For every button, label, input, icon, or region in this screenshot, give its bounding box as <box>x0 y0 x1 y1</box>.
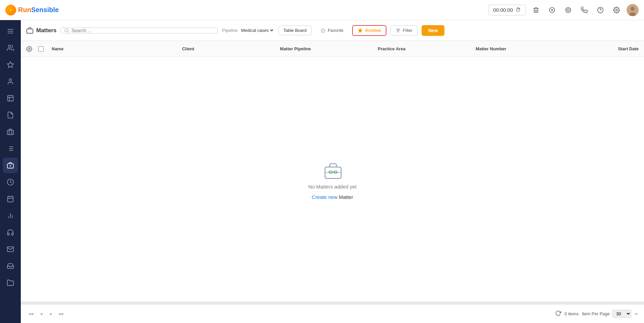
timer-icon[interactable]: ⏱ <box>516 7 521 13</box>
svg-rect-51 <box>329 171 332 173</box>
svg-rect-41 <box>27 29 33 33</box>
svg-point-10 <box>616 9 618 11</box>
svg-line-43 <box>68 31 69 32</box>
sidebar-item-email-compose[interactable] <box>3 241 18 257</box>
notification-button[interactable] <box>562 4 574 16</box>
sidebar-item-tasks[interactable] <box>3 141 18 156</box>
sidebar-item-finance[interactable] <box>3 124 18 140</box>
col-name-header: Name <box>52 46 182 51</box>
page-title: Matters <box>36 27 56 34</box>
pagination-info: 0 items Item Per Page 10 20 30 50 100 <box>555 310 639 318</box>
sidebar-item-support[interactable] <box>3 225 18 240</box>
logo-icon <box>5 5 16 15</box>
user-avatar[interactable] <box>627 4 639 16</box>
archive-star-icon <box>358 28 363 33</box>
first-page-button[interactable]: «« <box>26 310 36 318</box>
svg-rect-50 <box>325 167 341 178</box>
col-client-header: Client <box>182 46 280 51</box>
pagination-bar: «« « » »» 0 items Item Per Page 10 20 <box>21 304 644 323</box>
trash-button[interactable] <box>530 4 542 16</box>
favorite-label: Favorite <box>328 28 343 33</box>
settings-button[interactable] <box>610 4 623 16</box>
empty-message: No Matters added yet <box>308 184 356 190</box>
empty-create-link[interactable]: Create new Matter <box>312 194 353 200</box>
main-layout: Matters Pipeline Medical cases Table Boa… <box>0 20 644 323</box>
refresh-icon[interactable] <box>555 310 561 318</box>
search-input[interactable] <box>71 28 215 33</box>
items-per-page-label: Item Per Page <box>582 311 610 316</box>
sidebar-item-analytics[interactable] <box>3 208 18 223</box>
logo-text: RunSensible <box>18 6 59 14</box>
sidebar-item-contacts[interactable] <box>3 74 18 89</box>
svg-point-2 <box>10 9 12 11</box>
table-board-button[interactable]: Table Board <box>278 25 312 35</box>
help-button[interactable] <box>594 4 606 16</box>
pipeline-select[interactable]: Medical cases <box>240 28 274 33</box>
timer-display[interactable]: 00:00:00 ⏱ <box>488 5 526 15</box>
create-suffix: Matter <box>337 194 353 200</box>
svg-point-17 <box>8 45 11 48</box>
col-settings[interactable] <box>26 46 38 52</box>
svg-rect-20 <box>8 96 13 101</box>
svg-point-42 <box>65 29 68 32</box>
svg-marker-18 <box>7 62 13 67</box>
col-start-date-header: Start Date <box>574 46 639 51</box>
sidebar-item-time[interactable] <box>3 174 18 190</box>
secondary-toolbar: Matters Pipeline Medical cases Table Boa… <box>21 20 644 41</box>
pipeline-area: Pipeline Medical cases <box>222 28 274 33</box>
timer-value: 00:00:00 <box>493 7 513 13</box>
last-page-button[interactable]: »» <box>56 310 66 318</box>
sidebar-item-reports[interactable] <box>3 91 18 106</box>
sidebar-item-users[interactable] <box>3 40 18 56</box>
sidebar-item-documents[interactable] <box>3 107 18 123</box>
sidebar-item-files[interactable] <box>3 275 18 290</box>
top-navigation: RunSensible 00:00:00 ⏱ <box>0 0 644 20</box>
svg-rect-23 <box>7 130 13 134</box>
svg-point-7 <box>567 9 570 11</box>
phone-button[interactable] <box>578 4 590 16</box>
search-box[interactable] <box>60 28 218 34</box>
filter-icon <box>395 28 401 33</box>
new-button[interactable]: New <box>422 25 445 36</box>
sidebar <box>0 20 21 323</box>
svg-rect-34 <box>8 197 13 202</box>
svg-point-12 <box>631 7 635 11</box>
filter-label: Filter <box>403 28 413 33</box>
logo-area: RunSensible <box>5 5 59 15</box>
archive-button[interactable]: Archive <box>352 25 386 36</box>
per-page-arrows-icon <box>634 312 639 316</box>
next-page-button[interactable]: » <box>47 310 55 318</box>
svg-point-19 <box>9 79 11 81</box>
sidebar-item-inbox[interactable] <box>3 258 18 274</box>
sidebar-item-favorites[interactable] <box>3 57 18 72</box>
favorite-star-icon <box>320 28 326 33</box>
pipeline-label: Pipeline <box>222 28 237 33</box>
prev-page-button[interactable]: « <box>38 310 45 318</box>
items-per-page-control: Item Per Page 10 20 30 50 100 <box>582 310 639 318</box>
content-area: Matters Pipeline Medical cases Table Boa… <box>21 20 644 323</box>
select-all-checkbox[interactable] <box>38 46 52 52</box>
col-practice-header: Practice Area <box>378 46 476 51</box>
add-circle-button[interactable] <box>546 4 558 16</box>
matters-title-icon <box>26 27 34 34</box>
sidebar-item-menu[interactable] <box>3 23 18 39</box>
create-new-link[interactable]: Create new <box>312 194 337 200</box>
sidebar-item-matters[interactable] <box>3 158 18 173</box>
col-pipeline-header: Matter Pipeline <box>280 46 378 51</box>
page-title-area: Matters <box>26 27 56 34</box>
empty-state: No Matters added yet Create new Matter <box>21 57 644 302</box>
favorite-button[interactable]: Favorite <box>316 26 348 35</box>
empty-icon <box>322 159 342 179</box>
pagination-controls: «« « » »» <box>26 310 66 318</box>
sidebar-item-calendar[interactable] <box>3 191 18 207</box>
filter-button[interactable]: Filter <box>390 25 418 36</box>
archive-label: Archive <box>365 28 381 33</box>
search-icon <box>64 28 69 33</box>
horizontal-scrollbar[interactable] <box>21 302 644 304</box>
svg-marker-44 <box>321 28 325 33</box>
table-header: Name Client Matter Pipeline Practice Are… <box>21 41 644 57</box>
svg-point-6 <box>566 7 571 12</box>
svg-point-49 <box>29 48 30 50</box>
per-page-select[interactable]: 10 20 30 50 100 <box>612 310 631 318</box>
item-count: 0 items <box>565 311 579 316</box>
